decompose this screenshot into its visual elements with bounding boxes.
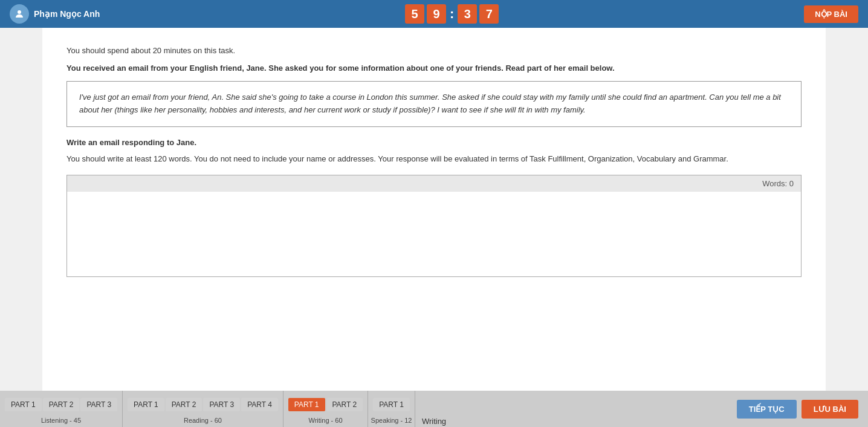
avatar xyxy=(10,4,29,24)
reading-section: PART 1 PART 2 PART 3 PART 4 Reading - 60 xyxy=(123,391,283,427)
reading-label: Reading - 60 xyxy=(123,416,283,427)
timer-digit-1: 5 xyxy=(405,4,424,24)
timer-digit-3: 3 xyxy=(458,4,477,24)
bottom-nav: PART 1 PART 2 PART 3 Listening - 45 PART… xyxy=(0,391,868,427)
listening-part1[interactable]: PART 1 xyxy=(5,398,42,411)
task-instruction: You should spend about 20 minutes on thi… xyxy=(66,46,802,55)
reading-part4[interactable]: PART 4 xyxy=(241,398,278,411)
listening-part2[interactable]: PART 2 xyxy=(43,398,80,411)
speaking-section: PART 1 Speaking - 12 xyxy=(368,391,415,427)
writing-parts: PART 1 PART 2 xyxy=(283,391,368,416)
user-name: Phạm Ngọc Anh xyxy=(34,9,100,19)
reading-part1[interactable]: PART 1 xyxy=(128,398,164,411)
listening-parts: PART 1 PART 2 PART 3 xyxy=(0,391,122,416)
timer-colon: : xyxy=(449,6,455,22)
main-content: You should spend about 20 minutes on thi… xyxy=(42,28,826,391)
timer: 5 9 : 3 7 xyxy=(405,4,499,24)
reading-part2[interactable]: PART 2 xyxy=(166,398,202,411)
luu-bai-button[interactable]: LƯU BÀI xyxy=(802,400,858,419)
reading-part3[interactable]: PART 3 xyxy=(203,398,240,411)
email-quote-box: I've just got an email from your friend,… xyxy=(66,81,802,127)
reading-parts: PART 1 PART 2 PART 3 PART 4 xyxy=(123,391,283,416)
answer-area-wrapper: Words: 0 xyxy=(66,175,802,277)
words-count: 0 xyxy=(789,179,794,188)
listening-part3[interactable]: PART 3 xyxy=(80,398,117,411)
speaking-label: Speaking - 12 xyxy=(368,416,415,427)
writing-section: PART 1 PART 2 Writing - 60 xyxy=(283,391,368,427)
nop-bai-button[interactable]: NỘP BÀI xyxy=(804,5,858,23)
write-note: You should write at least 120 words. You… xyxy=(66,153,802,166)
bottom-inner: PART 1 PART 2 PART 3 Listening - 45 PART… xyxy=(0,391,868,427)
writing-part1[interactable]: PART 1 xyxy=(288,398,325,411)
action-buttons: TIẾP TỤC LƯU BÀI xyxy=(727,391,868,427)
answer-textarea[interactable] xyxy=(67,192,801,276)
writing-part2[interactable]: PART 2 xyxy=(326,398,363,411)
writing-label: Writing - 60 xyxy=(283,416,368,427)
app-header: Phạm Ngọc Anh 5 9 : 3 7 NỘP BÀI xyxy=(0,0,868,28)
email-text: I've just got an email from your friend,… xyxy=(79,91,789,117)
timer-digit-4: 7 xyxy=(479,4,499,24)
task-bold-prompt: You received an email from your English … xyxy=(66,64,802,73)
timer-digit-2: 9 xyxy=(427,4,446,24)
words-counter: Words: 0 xyxy=(67,175,801,192)
svg-point-0 xyxy=(18,10,21,14)
speaking-parts: PART 1 xyxy=(368,391,415,416)
user-info: Phạm Ngọc Anh xyxy=(10,4,100,24)
listening-section: PART 1 PART 2 PART 3 Listening - 45 xyxy=(0,391,123,427)
words-label: Words: xyxy=(762,179,787,188)
tiep-tuc-button[interactable]: TIẾP TỤC xyxy=(737,400,797,419)
write-instruction: Write an email responding to Jane. xyxy=(66,138,802,147)
speaking-part1[interactable]: PART 1 xyxy=(373,398,410,411)
listening-label: Listening - 45 xyxy=(0,416,122,427)
